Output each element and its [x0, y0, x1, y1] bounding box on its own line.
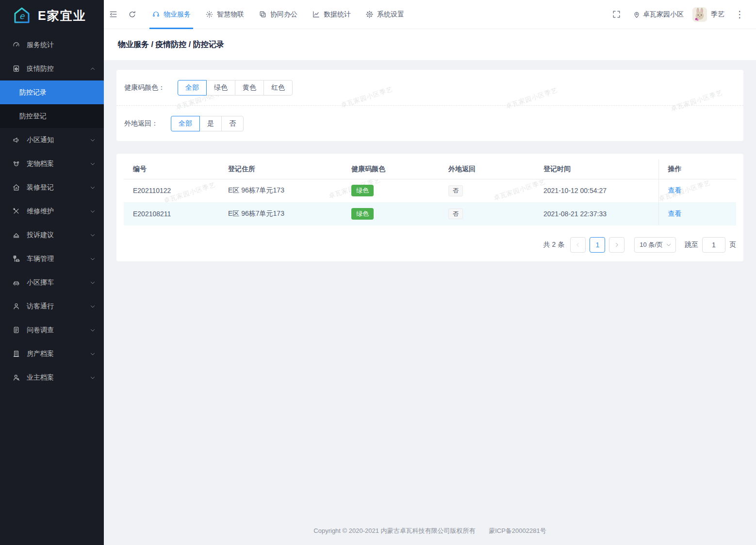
sidebar-item-7[interactable]: 车辆管理 — [0, 247, 104, 271]
cell-action: 查看 — [658, 202, 736, 225]
chevron-down-icon — [666, 242, 672, 248]
sidebar-item-label: 疫情防控 — [27, 64, 89, 73]
visitor-icon — [12, 302, 20, 310]
username[interactable]: 季艺 — [711, 10, 724, 19]
fullscreen-button[interactable] — [607, 0, 626, 29]
nav-tab-4[interactable]: 系统设置 — [358, 0, 411, 29]
pagination-prev-button[interactable] — [570, 237, 586, 253]
content-area: 健康码颜色： 全部绿色黄色红色 外地返回： 全部是否 卓瓦家园小区季艺卓瓦家园小… — [104, 60, 756, 545]
return-filter-group: 全部是否 — [171, 116, 244, 131]
breadcrumb: 物业服务 / 疫情防控 / 防控记录 — [118, 40, 224, 50]
sidebar-item-4[interactable]: 装修登记 — [0, 176, 104, 199]
health-code-badge: 绿色 — [351, 208, 374, 220]
breadcrumb-bar: 物业服务 / 疫情防控 / 防控记录 — [104, 30, 756, 60]
column-header-2: 健康码颜色 — [342, 160, 439, 179]
copyright-text: Copyright © 2020-2021 内蒙古卓瓦科技有限公司版权所有 — [313, 527, 475, 534]
cell-action: 查看 — [658, 179, 736, 202]
nav-tab-0[interactable]: 物业服务 — [145, 0, 198, 29]
return-option-0[interactable]: 全部 — [171, 116, 200, 131]
sidebar-item-2[interactable]: 小区通知 — [0, 128, 104, 152]
community-selector[interactable]: 卓瓦家园小区 — [633, 10, 684, 19]
move-car-icon — [12, 278, 20, 287]
chart-icon — [312, 10, 320, 18]
gauge-icon — [12, 41, 20, 49]
main-nav-tabs: 物业服务智慧物联协同办公数据统计系统设置 — [145, 0, 411, 29]
sidebar-item-8[interactable]: 小区挪车 — [0, 271, 104, 294]
table-header-row: 编号登记住所健康码颜色外地返回登记时间操作 — [124, 160, 736, 179]
community-name: 卓瓦家园小区 — [643, 10, 684, 19]
gear-icon — [365, 10, 374, 18]
pagination-total: 共 2 条 — [543, 240, 565, 249]
epidemic-icon — [12, 64, 20, 73]
nav-tab-label: 协同办公 — [270, 10, 297, 19]
owner-icon — [12, 373, 20, 382]
sidebar-item-11[interactable]: 房产档案 — [0, 342, 104, 366]
cell-health-code: 绿色 — [342, 179, 439, 202]
sidebar-item-label: 访客通行 — [27, 302, 89, 311]
sidebar-item-1[interactable]: 疫情防控 — [0, 57, 104, 80]
return-filter-row: 外地返回： 全部是否 — [116, 106, 743, 141]
pagination: 共 2 条 1 10 条/页 跳至 页 — [124, 237, 736, 253]
chevron-down-icon — [89, 160, 96, 167]
sidebar-item-label: 服务统计 — [27, 41, 96, 49]
sidebar-item-9[interactable]: 访客通行 — [0, 294, 104, 318]
return-option-1[interactable]: 是 — [199, 116, 222, 131]
health-code-option-1[interactable]: 绿色 — [206, 80, 235, 96]
chevron-down-icon — [89, 137, 96, 144]
collapse-sidebar-button[interactable] — [104, 0, 123, 29]
chevron-down-icon — [89, 232, 96, 239]
view-link[interactable]: 查看 — [668, 209, 682, 217]
sidebar-item-label: 问卷调查 — [27, 326, 89, 335]
avatar[interactable] — [692, 7, 707, 22]
table-body: E202110122E区 96栋7单元173绿色否2021-10-12 00:5… — [124, 179, 736, 225]
property-icon — [12, 350, 20, 358]
cell-id: E202110122 — [124, 179, 219, 202]
sidebar-item-label: 业主档案 — [27, 373, 89, 382]
app-logo[interactable]: e E家宜业 — [0, 0, 104, 31]
sidebar-item-5[interactable]: 维修维护 — [0, 199, 104, 223]
sidebar-item-label: 车辆管理 — [27, 255, 89, 263]
view-link[interactable]: 查看 — [668, 186, 682, 194]
return-filter-label: 外地返回： — [124, 119, 158, 128]
refresh-icon — [128, 10, 137, 19]
pagination-next-button[interactable] — [609, 237, 625, 253]
logo-house-icon: e — [13, 6, 31, 25]
returned-tag: 否 — [448, 185, 463, 196]
sidebar-subitem-0[interactable]: 防控记录 — [0, 80, 104, 104]
returned-tag: 否 — [448, 208, 463, 220]
jump-page-input[interactable] — [702, 237, 725, 253]
page-size-select[interactable]: 10 条/页 — [634, 237, 676, 253]
health-code-option-3[interactable]: 红色 — [263, 80, 293, 96]
collapse-icon — [109, 10, 118, 19]
cell-returned: 否 — [439, 202, 534, 225]
sidebar-item-label: 小区通知 — [27, 136, 89, 144]
nav-tab-2[interactable]: 协同办公 — [251, 0, 305, 29]
health-code-badge: 绿色 — [351, 185, 374, 196]
nav-tab-1[interactable]: 智慧物联 — [198, 0, 251, 29]
headset-icon — [152, 10, 160, 18]
pagination-page-1[interactable]: 1 — [590, 237, 605, 253]
column-header-1: 登记住所 — [219, 160, 342, 179]
sidebar-item-label: 小区挪车 — [27, 278, 89, 287]
sidebar-item-label: 装修登记 — [27, 183, 89, 192]
sidebar-item-10[interactable]: 问卷调查 — [0, 318, 104, 342]
more-menu-icon[interactable]: ⋮ — [729, 9, 750, 20]
sidebar-item-3[interactable]: 宠物档案 — [0, 152, 104, 176]
nav-tab-label: 系统设置 — [377, 10, 404, 19]
sidebar-item-12[interactable]: 业主档案 — [0, 366, 104, 389]
megaphone-icon — [12, 136, 20, 144]
nav-tab-label: 物业服务 — [164, 10, 191, 19]
column-header-4: 登记时间 — [534, 160, 658, 179]
health-code-option-2[interactable]: 黄色 — [235, 80, 264, 96]
sidebar-item-6[interactable]: 投诉建议 — [0, 223, 104, 247]
sidebar-item-0[interactable]: 服务统计 — [0, 33, 104, 57]
repair-icon — [12, 207, 20, 215]
table-row-0: E202110122E区 96栋7单元173绿色否2021-10-12 00:5… — [124, 179, 736, 202]
return-option-2[interactable]: 否 — [221, 116, 244, 131]
refresh-button[interactable] — [123, 0, 142, 29]
nav-tab-3[interactable]: 数据统计 — [305, 0, 358, 29]
health-code-option-0[interactable]: 全部 — [178, 80, 207, 96]
chevron-down-icon — [89, 184, 96, 191]
sidebar-subitem-1[interactable]: 防控登记 — [0, 104, 104, 128]
cell-health-code: 绿色 — [342, 202, 439, 225]
